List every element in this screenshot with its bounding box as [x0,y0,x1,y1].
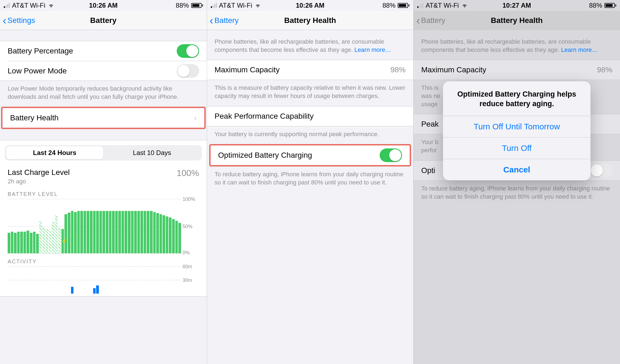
optimized-charging-row[interactable]: Optimized Battery Charging [211,145,410,165]
segment-last-10d[interactable]: Last 10 Days [103,146,200,159]
battery-percentage-toggle[interactable] [177,44,199,58]
optimized-charging-alert: Optimized Battery Charging helps reduce … [443,81,591,180]
page-title: Battery Health [284,16,336,25]
row-label: Low Power Mode [8,67,177,75]
battery-level-chart-title: BATTERY LEVEL [0,186,207,199]
battery-percent-label: 88% [589,2,602,9]
pane-battery-health: AT&T Wi-Fi 10:26 AM 88% ‹ Battery Batter… [207,0,414,364]
y-axis-label: 30m [183,278,192,283]
clock: 10:26 AM [70,2,137,9]
alert-turn-off-until-tomorrow-button[interactable]: Turn Off Until Tomorrow [443,116,591,137]
time-range-segmented[interactable]: Last 24 Hours Last 10 Days [5,145,202,160]
status-bar: AT&T Wi-Fi 10:26 AM 88% [0,0,207,11]
y-axis-label: 50% [183,224,193,229]
optimized-charging-footer: To reduce battery aging, iPhone learns f… [414,181,620,207]
page-title: Battery [90,16,116,25]
activity-chart: 60m 30m [8,266,181,294]
back-button: ‹ Battery [416,11,445,30]
clock: 10:27 AM [484,2,550,9]
charging-bolt-icon: ⚡ [61,238,67,244]
carrier-label: AT&T Wi-Fi [426,2,459,9]
chevron-left-icon: ‹ [210,15,213,26]
cellular-signal-icon [211,3,217,8]
row-label: Battery Percentage [8,47,177,55]
maximum-capacity-row: Maximum Capacity 98% [414,60,620,80]
nav-bar: ‹ Battery Battery Health [414,11,620,30]
cellular-signal-icon [4,3,10,8]
maximum-capacity-value: 98% [597,65,612,74]
nav-bar: ‹ Battery Battery Health [207,11,414,30]
chevron-left-icon: ‹ [3,15,6,26]
row-label: Peak Performance Capability [215,112,406,121]
maximum-capacity-value: 98% [390,65,406,74]
battery-health-row[interactable]: Battery Health › [2,108,204,128]
last-charge-subtitle: 2h ago [8,178,70,185]
back-label: Battery [214,16,239,25]
back-button[interactable]: ‹ Battery [210,11,239,30]
row-label: Maximum Capacity [421,65,597,74]
alert-turn-off-button[interactable]: Turn Off [443,137,591,159]
y-axis-label: 60m [183,264,192,270]
optimized-charging-toggle [590,164,612,177]
low-power-mode-footer: Low Power Mode temporarily reduces backg… [0,81,207,107]
back-label: Settings [7,16,35,25]
status-bar: AT&T Wi-Fi 10:26 AM 88% [207,0,414,11]
back-label: Battery [421,16,445,25]
optimized-charging-toggle[interactable] [380,148,402,162]
y-axis-label: 0% [183,250,190,256]
row-label: Maximum Capacity [215,65,391,74]
pane-battery-health-alert: AT&T Wi-Fi 10:27 AM 88% ‹ Battery Batter… [413,0,620,364]
last-charge-title: Last Charge Level [8,168,70,177]
peak-performance-footer: Your battery is currently supporting nor… [207,126,414,144]
low-power-mode-toggle[interactable] [177,64,199,78]
peak-performance-row[interactable]: Peak Performance Capability [207,106,414,126]
wifi-icon [461,3,468,8]
battery-level-chart: 100% 50% 0% ⚡ [8,199,181,253]
wifi-icon [254,3,261,8]
battery-icon [604,3,616,8]
carrier-label: AT&T Wi-Fi [219,2,252,9]
battery-percent-label: 88% [382,2,395,9]
learn-more-link: Learn more… [561,46,598,53]
learn-more-link[interactable]: Learn more… [355,46,391,53]
last-charge-row: Last Charge Level 2h ago 100% [0,163,207,186]
y-axis-label: 100% [183,196,195,202]
row-label: Optimized Battery Charging [218,151,380,160]
chevron-left-icon: ‹ [416,15,420,26]
wifi-icon [48,3,55,8]
battery-icon [398,3,409,8]
chevron-right-icon: › [194,114,196,122]
alert-title: Optimized Battery Charging helps reduce … [443,81,591,116]
carrier-label: AT&T Wi-Fi [12,2,45,9]
status-bar: AT&T Wi-Fi 10:27 AM 88% [414,0,620,11]
alert-cancel-button[interactable]: Cancel [443,159,591,180]
battery-percent-label: 88% [176,2,189,9]
pane-battery-settings: AT&T Wi-Fi 10:26 AM 88% ‹ Settings Batte… [0,0,207,364]
low-power-mode-row[interactable]: Low Power Mode [8,61,207,80]
last-charge-percent: 100% [177,168,199,178]
maximum-capacity-footer: This is a measure of battery capacity re… [207,80,414,106]
battery-percentage-row[interactable]: Battery Percentage [0,41,207,61]
segment-last-24h[interactable]: Last 24 Hours [6,146,103,159]
row-label: Battery Health [10,114,194,122]
nav-bar: ‹ Settings Battery [0,11,207,30]
optimized-charging-footer: To reduce battery aging, iPhone learns f… [207,166,414,192]
page-title: Battery Health [491,16,543,25]
back-button[interactable]: ‹ Settings [3,11,35,30]
activity-chart-title: ACTIVITY [0,253,207,266]
battery-icon [191,3,203,8]
cellular-signal-icon [417,3,423,8]
maximum-capacity-row: Maximum Capacity 98% [207,60,414,80]
clock: 10:26 AM [277,2,343,9]
